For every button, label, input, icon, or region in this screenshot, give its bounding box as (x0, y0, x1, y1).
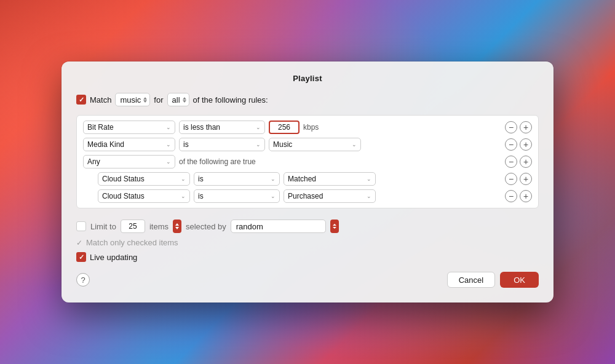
any-add-button[interactable]: + (520, 156, 532, 168)
mediakind-condition-dropdown[interactable]: is ⌄ (179, 138, 265, 151)
selected-down-arrow (333, 227, 336, 229)
purchased-remove-button[interactable]: − (505, 190, 517, 202)
selected-by-stepper[interactable] (330, 220, 339, 233)
any-field-arrow: ⌄ (166, 159, 171, 165)
limit-up-arrow (175, 223, 179, 226)
all-down-arrow (183, 100, 186, 103)
match-only-label: Match only checked items (86, 238, 178, 247)
cancel-button[interactable]: Cancel (447, 272, 495, 288)
bitrate-field-label: Bit Rate (87, 123, 114, 132)
bitrate-field-arrow: ⌄ (166, 124, 171, 130)
all-option-label: all (172, 95, 180, 105)
mediakind-value-arrow: ⌄ (352, 141, 357, 148)
ok-button[interactable]: OK (500, 272, 539, 288)
mediakind-add-button[interactable]: + (520, 138, 532, 151)
matched-condition-dropdown[interactable]: is ⌄ (194, 172, 280, 186)
dialog-overlay: Playlist Match music for all of the foll (0, 0, 615, 364)
purchased-value-arrow: ⌄ (367, 193, 371, 199)
limit-checkbox[interactable] (76, 221, 86, 231)
purchased-field-label: Cloud Status (102, 192, 145, 200)
purchased-value-label: Purchased (288, 192, 323, 200)
selected-up-arrow (333, 224, 336, 226)
live-updating-checkbox[interactable] (76, 252, 86, 262)
rule-row-bitrate: Bit Rate ⌄ is less than ⌄ 256 kbps − + (83, 121, 532, 134)
cancel-label: Cancel (459, 275, 483, 285)
selected-by-label: selected by (186, 222, 226, 231)
for-label: for (154, 95, 163, 105)
selected-by-dropdown[interactable]: random (231, 220, 326, 233)
match-only-row: ✓ Match only checked items (76, 238, 539, 247)
rules-container: Bit Rate ⌄ is less than ⌄ 256 kbps − + (76, 115, 539, 208)
sub-rules-container: Cloud Status ⌄ is ⌄ Matched ⌄ − + (98, 172, 532, 203)
sub-rule-matched: Cloud Status ⌄ is ⌄ Matched ⌄ − + (98, 172, 532, 186)
bitrate-condition-label: is less than (183, 123, 220, 132)
purchased-value-dropdown[interactable]: Purchased ⌄ (284, 189, 376, 203)
all-dropdown[interactable]: all (167, 93, 189, 106)
bitrate-add-button[interactable]: + (520, 121, 532, 133)
all-up-arrow (183, 97, 186, 100)
bitrate-remove-button[interactable]: − (505, 121, 517, 133)
selected-by-value: random (236, 222, 323, 231)
mediakind-field-label: Media Kind (87, 140, 124, 149)
mediakind-field-dropdown[interactable]: Media Kind ⌄ (83, 138, 175, 151)
mediakind-remove-button[interactable]: − (505, 138, 517, 151)
bitrate-condition-dropdown[interactable]: is less than ⌄ (179, 121, 265, 134)
match-label: Match (90, 95, 111, 105)
limit-row: Limit to 25 items selected by random (76, 220, 539, 233)
matched-value-dropdown[interactable]: Matched ⌄ (284, 172, 376, 186)
of-following-label: of the following rules: (193, 95, 268, 105)
rule-row-mediakind: Media Kind ⌄ is ⌄ Music ⌄ − + (83, 138, 532, 151)
rule-row-any: Any ⌄ of the following are true − + (83, 155, 532, 168)
mediakind-condition-arrow: ⌄ (256, 141, 261, 148)
mediakind-value-label: Music (273, 140, 292, 149)
live-updating-row: Live updating (76, 252, 539, 262)
matched-field-dropdown[interactable]: Cloud Status ⌄ (98, 172, 190, 186)
limit-value: 25 (129, 222, 137, 231)
music-dropdown[interactable]: music (115, 93, 150, 106)
help-button[interactable]: ? (76, 273, 90, 287)
music-option-label: music (120, 95, 141, 105)
ok-label: OK (514, 275, 525, 285)
purchased-condition-dropdown[interactable]: is ⌄ (194, 189, 280, 203)
any-row-label: of the following are true (179, 157, 256, 166)
any-field-dropdown[interactable]: Any ⌄ (83, 155, 175, 168)
limit-value-input[interactable]: 25 (121, 220, 145, 233)
purchased-add-button[interactable]: + (520, 190, 532, 202)
bitrate-field-dropdown[interactable]: Bit Rate ⌄ (83, 121, 175, 134)
footer-row: ? Cancel OK (76, 272, 539, 288)
matched-condition-label: is (198, 175, 204, 183)
footer-buttons: Cancel OK (447, 272, 539, 288)
purchased-condition-label: is (198, 192, 204, 200)
purchased-field-dropdown[interactable]: Cloud Status ⌄ (98, 189, 190, 203)
sub-rule-purchased: Cloud Status ⌄ is ⌄ Purchased ⌄ − + (98, 189, 532, 203)
match-checkbox[interactable] (76, 95, 86, 105)
mediakind-value-dropdown[interactable]: Music ⌄ (269, 138, 361, 151)
bitrate-condition-arrow: ⌄ (256, 124, 261, 130)
mediakind-condition-label: is (183, 140, 189, 149)
matched-condition-arrow: ⌄ (271, 176, 276, 182)
limit-label: Limit to (90, 222, 116, 231)
matched-value-arrow: ⌄ (367, 176, 371, 182)
any-field-label: Any (87, 157, 100, 166)
bitrate-unit: kbps (303, 123, 319, 132)
purchased-condition-arrow: ⌄ (271, 193, 276, 199)
bitrate-value: 256 (278, 123, 290, 132)
live-updating-label: Live updating (90, 253, 137, 262)
limit-down-arrow (175, 227, 179, 229)
matched-value-label: Matched (288, 175, 316, 183)
matched-add-button[interactable]: + (520, 173, 532, 185)
matched-field-label: Cloud Status (102, 175, 145, 183)
dialog-title: Playlist (76, 74, 539, 83)
any-remove-button[interactable]: − (505, 156, 517, 168)
music-down-arrow (143, 100, 147, 103)
purchased-field-arrow: ⌄ (181, 193, 186, 199)
matched-remove-button[interactable]: − (505, 173, 517, 185)
bottom-section: Limit to 25 items selected by random (76, 217, 539, 288)
mediakind-field-arrow: ⌄ (166, 141, 171, 148)
matched-field-arrow: ⌄ (181, 176, 186, 182)
limit-unit: items (149, 222, 169, 231)
limit-stepper[interactable] (173, 220, 181, 233)
playlist-dialog: Playlist Match music for all of the foll (62, 61, 554, 303)
match-row: Match music for all of the following rul… (76, 93, 539, 106)
bitrate-value-input[interactable]: 256 (269, 121, 300, 134)
